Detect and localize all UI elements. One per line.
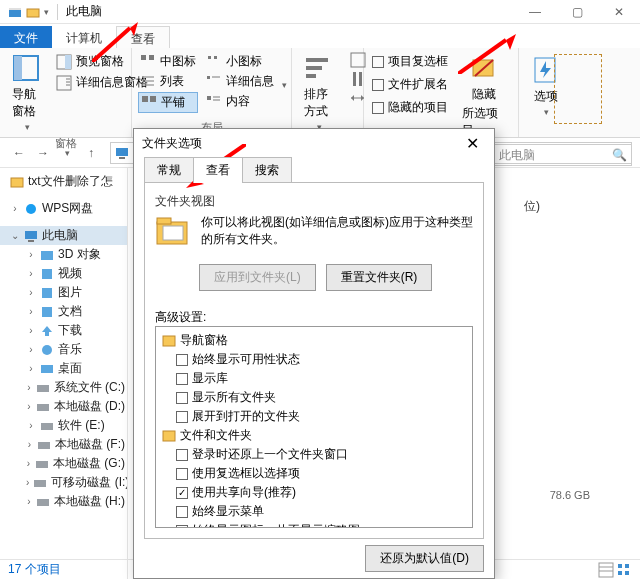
cat-nav: 导航窗格 bbox=[162, 331, 466, 350]
adv-setting-item[interactable]: 始终显示图标，从不显示缩略图 bbox=[162, 521, 466, 528]
icons-view-icon[interactable] bbox=[616, 562, 632, 578]
folder-options-dialog: 文件夹选项 ✕ 常规 查看 搜索 文件夹视图 你可以将此视图(如详细信息或图标)… bbox=[133, 128, 495, 579]
qat-dropdown[interactable]: ▾ bbox=[44, 7, 49, 17]
layout-list[interactable]: 列表 bbox=[138, 72, 198, 91]
tab-computer[interactable]: 计算机 bbox=[52, 26, 116, 48]
minimize-button[interactable]: — bbox=[514, 0, 556, 24]
content-fragment: 位) bbox=[524, 198, 540, 215]
svg-rect-29 bbox=[353, 72, 356, 86]
tree-item[interactable]: ›本地磁盘 (D:) bbox=[0, 397, 127, 416]
layout-small-icons[interactable]: 小图标 bbox=[204, 52, 276, 71]
check-item-checkboxes[interactable]: 项目复选框 bbox=[370, 52, 450, 71]
forward-button[interactable]: → bbox=[32, 142, 54, 164]
restore-defaults-button[interactable]: 还原为默认值(D) bbox=[365, 545, 484, 572]
adv-setting-item[interactable]: 使用复选框以选择项 bbox=[162, 464, 466, 483]
tree-item[interactable]: ›桌面 bbox=[0, 359, 127, 378]
svg-rect-27 bbox=[306, 74, 316, 78]
svg-rect-20 bbox=[207, 76, 210, 79]
layout-details[interactable]: 详细信息 bbox=[204, 72, 276, 91]
svg-rect-59 bbox=[599, 563, 613, 577]
svg-rect-63 bbox=[625, 564, 629, 568]
svg-rect-39 bbox=[119, 157, 125, 159]
check-extensions[interactable]: 文件扩展名 bbox=[370, 75, 450, 94]
folder-icon bbox=[26, 5, 40, 19]
check-hidden[interactable]: 隐藏的项目 bbox=[370, 98, 450, 117]
sysmenu-icon[interactable] bbox=[8, 5, 22, 19]
svg-rect-7 bbox=[57, 76, 71, 90]
search-input[interactable]: 此电脑 🔍 bbox=[494, 144, 632, 166]
dialog-close-button[interactable]: ✕ bbox=[458, 134, 486, 153]
recent-dropdown[interactable]: ▾ bbox=[56, 142, 78, 164]
svg-rect-45 bbox=[42, 269, 52, 279]
tree-item[interactable]: ›音乐 bbox=[0, 340, 127, 359]
layout-tiles[interactable]: 平铺 bbox=[138, 92, 198, 113]
svg-rect-53 bbox=[37, 404, 49, 411]
tree-item[interactable]: txt文件删除了怎 bbox=[0, 172, 127, 191]
options-button[interactable]: 选项▾ bbox=[525, 52, 567, 121]
tree-item-thispc[interactable]: ⌄此电脑 bbox=[0, 226, 127, 245]
nav-pane-button[interactable]: 导航窗格 ▾ bbox=[6, 52, 48, 134]
svg-rect-11 bbox=[141, 55, 146, 60]
svg-rect-4 bbox=[14, 56, 22, 80]
svg-rect-17 bbox=[150, 96, 156, 102]
svg-rect-28 bbox=[351, 53, 365, 67]
adv-setting-item[interactable]: ✓使用共享向导(推荐) bbox=[162, 483, 466, 502]
cat-ff: 文件和文件夹 bbox=[162, 426, 466, 445]
layout-medium-icons[interactable]: 中图标 bbox=[138, 52, 198, 71]
reset-folders-button[interactable]: 重置文件夹(R) bbox=[326, 264, 433, 291]
maximize-button[interactable]: ▢ bbox=[556, 0, 598, 24]
section-label: 文件夹视图 bbox=[155, 193, 473, 214]
tree-item[interactable]: ›本地磁盘 (F:) bbox=[0, 435, 127, 454]
ribbon: 导航窗格 ▾ 预览窗格 详细信息窗格 窗格 中图标 列表 平铺 小图标 详细信息… bbox=[0, 48, 640, 138]
dlg-tab-view[interactable]: 查看 bbox=[193, 157, 243, 183]
sort-button[interactable]: 排序方式▾ bbox=[298, 52, 340, 134]
tree-item[interactable]: ›3D 对象 bbox=[0, 245, 127, 264]
dlg-tab-general[interactable]: 常规 bbox=[144, 157, 194, 183]
svg-rect-12 bbox=[149, 55, 154, 60]
tree-item[interactable]: ›下载 bbox=[0, 321, 127, 340]
adv-setting-item[interactable]: 登录时还原上一个文件夹窗口 bbox=[162, 445, 466, 464]
tree-item[interactable]: ›可移动磁盘 (I:) bbox=[0, 473, 127, 492]
adv-setting-item[interactable]: 展开到打开的文件夹 bbox=[162, 407, 466, 426]
apply-to-folders-button[interactable]: 应用到文件夹(L) bbox=[199, 264, 316, 291]
advanced-settings-tree[interactable]: 导航窗格 始终显示可用性状态显示库显示所有文件夹展开到打开的文件夹 文件和文件夹… bbox=[155, 326, 473, 528]
tree-item[interactable]: ›文档 bbox=[0, 302, 127, 321]
svg-rect-57 bbox=[34, 480, 46, 487]
svg-marker-32 bbox=[351, 95, 354, 101]
layout-content[interactable]: 内容 bbox=[204, 92, 276, 111]
back-button[interactable]: ← bbox=[8, 142, 30, 164]
search-icon: 🔍 bbox=[612, 148, 627, 162]
tree-item-wps[interactable]: ›WPS网盘 bbox=[0, 199, 127, 218]
tree-item[interactable]: ›图片 bbox=[0, 283, 127, 302]
details-view-icon[interactable] bbox=[598, 562, 614, 578]
svg-rect-70 bbox=[163, 431, 175, 441]
layout-more[interactable]: ▾ bbox=[282, 80, 287, 90]
adv-setting-item[interactable]: 显示所有文件夹 bbox=[162, 388, 466, 407]
svg-rect-52 bbox=[37, 385, 49, 392]
adv-setting-item[interactable]: 始终显示可用性状态 bbox=[162, 350, 466, 369]
tree-item[interactable]: ›视频 bbox=[0, 264, 127, 283]
tree-item[interactable]: ›本地磁盘 (G:) bbox=[0, 454, 127, 473]
adv-setting-item[interactable]: 显示库 bbox=[162, 369, 466, 388]
up-button[interactable]: ↑ bbox=[80, 142, 102, 164]
svg-point-50 bbox=[42, 345, 52, 355]
tab-file[interactable]: 文件 bbox=[0, 26, 52, 48]
tree-item[interactable]: ›软件 (E:) bbox=[0, 416, 127, 435]
tree-item[interactable]: ›本地磁盘 (H:) bbox=[0, 492, 127, 511]
window-titlebar: ▾ 此电脑 — ▢ ✕ bbox=[0, 0, 640, 24]
tree-item[interactable]: ›系统文件 (C:) bbox=[0, 378, 127, 397]
advanced-label: 高级设置: bbox=[155, 309, 473, 326]
svg-rect-46 bbox=[42, 288, 52, 298]
svg-rect-38 bbox=[116, 148, 128, 156]
svg-rect-42 bbox=[25, 231, 37, 239]
adv-setting-item[interactable]: 始终显示菜单 bbox=[162, 502, 466, 521]
nav-tree[interactable]: txt文件删除了怎 ›WPS网盘 ⌄此电脑 ›3D 对象›视频›图片›文档›下载… bbox=[0, 168, 128, 579]
tab-view[interactable]: 查看 bbox=[116, 26, 170, 48]
svg-rect-51 bbox=[41, 365, 53, 373]
svg-rect-54 bbox=[41, 423, 53, 430]
svg-rect-43 bbox=[28, 240, 34, 242]
close-button[interactable]: ✕ bbox=[598, 0, 640, 24]
dlg-tab-search[interactable]: 搜索 bbox=[242, 157, 292, 183]
svg-rect-67 bbox=[157, 218, 171, 224]
status-count: 17 个项目 bbox=[8, 561, 61, 578]
